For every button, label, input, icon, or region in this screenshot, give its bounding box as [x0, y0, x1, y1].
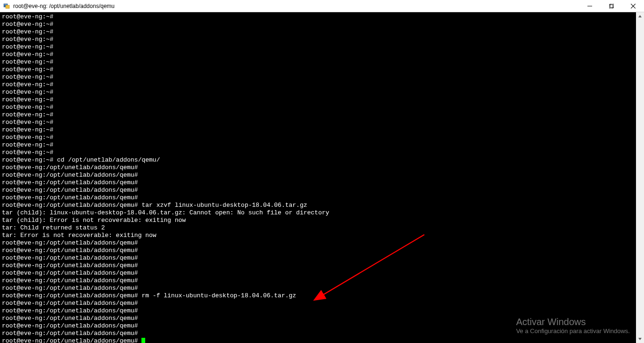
window-title: root@eve-ng: /opt/unetlab/addons/qemu — [13, 3, 115, 9]
scroll-up-icon[interactable] — [636, 12, 644, 20]
terminal-line: root@eve-ng:~# — [2, 89, 642, 96]
terminal-line: root@eve-ng:/opt/unetlab/addons/qemu# — [2, 247, 642, 254]
terminal-line: root@eve-ng:~# — [2, 134, 642, 141]
terminal-line: root@eve-ng:/opt/unetlab/addons/qemu# rm… — [2, 292, 642, 300]
svg-rect-5 — [610, 4, 614, 8]
terminal-line: root@eve-ng:~# — [2, 74, 642, 81]
terminal-line: tar (child): linux-ubuntu-desktop-18.04.… — [2, 209, 642, 217]
terminal-line: root@eve-ng:~# — [2, 149, 642, 156]
terminal-line: root@eve-ng:~# — [2, 58, 642, 66]
terminal-line: root@eve-ng:/opt/unetlab/addons/qemu# — [2, 164, 642, 172]
terminal-line: root@eve-ng:/opt/unetlab/addons/qemu# — [2, 307, 642, 315]
terminal-line: tar (child): Error is not recoverable: e… — [2, 217, 642, 224]
terminal-line: tar: Child returned status 2 — [2, 224, 642, 232]
vertical-scrollbar[interactable] — [636, 12, 644, 343]
window-controls — [579, 0, 644, 12]
terminal-cursor — [141, 338, 145, 343]
terminal-line: root@eve-ng:/opt/unetlab/addons/qemu# — [2, 330, 642, 337]
terminal-line: root@eve-ng:~# — [2, 111, 642, 119]
terminal-line: root@eve-ng:/opt/unetlab/addons/qemu# — [2, 300, 642, 307]
terminal-line: root@eve-ng:~# — [2, 21, 642, 28]
terminal-line: root@eve-ng:/opt/unetlab/addons/qemu# — [2, 172, 642, 179]
terminal-line: root@eve-ng:~# — [2, 36, 642, 43]
putty-icon — [3, 2, 10, 10]
terminal-line: root@eve-ng:/opt/unetlab/addons/qemu# — [2, 337, 642, 343]
terminal-line: root@eve-ng:~# — [2, 51, 642, 58]
terminal-line: tar: Error is not recoverable: exiting n… — [2, 232, 642, 239]
svg-rect-1 — [6, 5, 9, 8]
terminal-line: root@eve-ng:/opt/unetlab/addons/qemu# — [2, 187, 642, 194]
terminal-line: root@eve-ng:~# — [2, 13, 642, 21]
terminal-line: root@eve-ng:/opt/unetlab/addons/qemu# — [2, 322, 642, 330]
window-titlebar: root@eve-ng: /opt/unetlab/addons/qemu — [0, 0, 644, 12]
terminal-line: root@eve-ng:~# — [2, 81, 642, 89]
terminal-line: root@eve-ng:/opt/unetlab/addons/qemu# — [2, 262, 642, 270]
svg-rect-2 — [4, 4, 7, 5]
terminal-line: root@eve-ng:/opt/unetlab/addons/qemu# — [2, 285, 642, 292]
terminal-viewport[interactable]: root@eve-ng:~#root@eve-ng:~#root@eve-ng:… — [0, 12, 644, 343]
terminal-line: root@eve-ng:~# — [2, 141, 642, 149]
terminal-line: root@eve-ng:~# — [2, 43, 642, 51]
scroll-down-icon[interactable] — [636, 335, 644, 343]
terminal-line: root@eve-ng:/opt/unetlab/addons/qemu# ta… — [2, 202, 642, 209]
terminal-line: root@eve-ng:/opt/unetlab/addons/qemu# — [2, 277, 642, 285]
terminal-line: root@eve-ng:/opt/unetlab/addons/qemu# — [2, 270, 642, 277]
terminal-line: root@eve-ng:/opt/unetlab/addons/qemu# — [2, 254, 642, 262]
terminal-line: root@eve-ng:~# — [2, 66, 642, 74]
svg-marker-9 — [638, 338, 642, 340]
terminal-line: root@eve-ng:/opt/unetlab/addons/qemu# — [2, 179, 642, 187]
scrollbar-track[interactable] — [636, 20, 644, 335]
terminal-line: root@eve-ng:/opt/unetlab/addons/qemu# — [2, 194, 642, 202]
svg-marker-8 — [638, 15, 642, 17]
terminal-line: root@eve-ng:~# — [2, 96, 642, 104]
close-button[interactable] — [622, 0, 644, 12]
terminal-line: root@eve-ng:~# — [2, 126, 642, 134]
maximize-button[interactable] — [601, 0, 622, 12]
terminal-line: root@eve-ng:~# cd /opt/unetlab/addons/qe… — [2, 156, 642, 164]
terminal-line: root@eve-ng:~# — [2, 104, 642, 111]
svg-rect-4 — [609, 5, 613, 8]
minimize-button[interactable] — [579, 0, 601, 12]
terminal-line: root@eve-ng:~# — [2, 119, 642, 126]
terminal-line: root@eve-ng:/opt/unetlab/addons/qemu# — [2, 315, 642, 322]
terminal-line: root@eve-ng:/opt/unetlab/addons/qemu# — [2, 239, 642, 247]
terminal-line: root@eve-ng:~# — [2, 28, 642, 36]
